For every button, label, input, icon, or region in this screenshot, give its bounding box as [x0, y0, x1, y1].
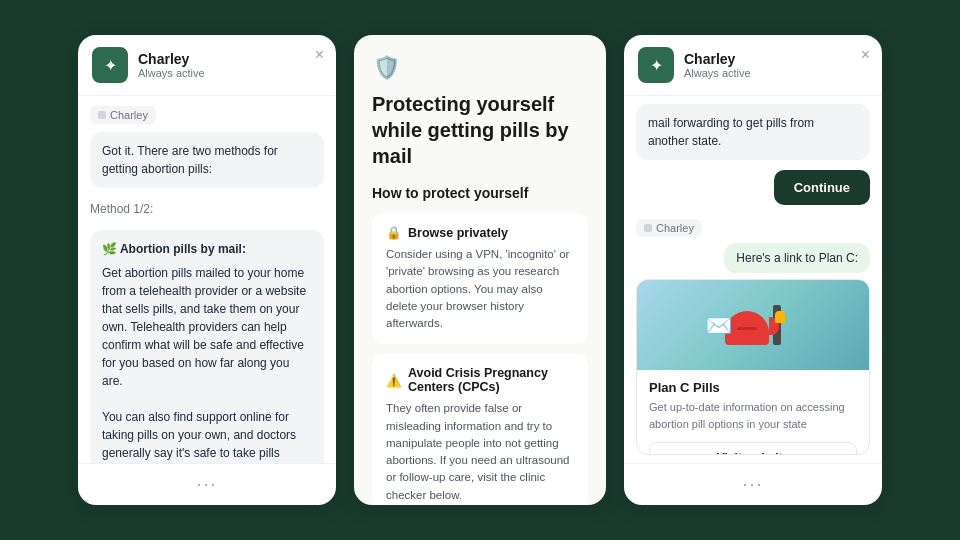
- left-chat-header: ✦ Charley Always active ×: [78, 35, 336, 96]
- right-preview-text: mail forwarding to get pills from anothe…: [648, 116, 814, 148]
- right-tag-label: Charley: [656, 222, 694, 234]
- right-chat-panel: ✦ Charley Always active × mail forwardin…: [624, 35, 882, 505]
- right-tag-dot: [644, 224, 652, 232]
- left-method-text: Method 1/2:: [90, 202, 153, 216]
- article-card-1-text: Consider using a VPN, 'incognito' or 'pr…: [386, 246, 574, 332]
- left-chat-panel: ✦ Charley Always active × Charley Got it…: [78, 35, 336, 505]
- left-bubble-2-title: 🌿 Abortion pills by mail:: [102, 240, 312, 258]
- left-tag-label: Charley: [110, 109, 148, 121]
- continue-button[interactable]: Continue: [774, 170, 870, 205]
- left-bubble-1: Got it. There are two methods for gettin…: [90, 132, 324, 188]
- right-user-text: Here's a link to Plan C:: [736, 251, 858, 265]
- left-chat-tag: Charley: [90, 106, 156, 124]
- article-section-title: How to protect yourself: [372, 185, 588, 201]
- article-card-2: ⚠️ Avoid Crisis Pregnancy Centers (CPCs)…: [372, 354, 588, 505]
- left-footer-dots[interactable]: ···: [196, 474, 217, 495]
- shield-icon: 🛡️: [372, 55, 400, 81]
- left-close-button[interactable]: ×: [315, 47, 324, 63]
- left-bubble-2-text: Get abortion pills mailed to your home f…: [102, 266, 307, 463]
- right-user-bubble: Here's a link to Plan C:: [724, 243, 870, 273]
- article-card-2-text: They often provide false or misleading i…: [386, 400, 574, 504]
- mailbox-illustration: ✉️: [725, 305, 781, 345]
- left-header-info: Charley Always active: [138, 51, 322, 79]
- lock-icon: 🔒: [386, 225, 402, 240]
- right-preview-bubble: mail forwarding to get pills from anothe…: [636, 104, 870, 160]
- left-chat-footer: ···: [78, 463, 336, 505]
- plan-c-title: Plan C Pills: [649, 380, 857, 395]
- article-panel: 🛡️ Protecting yourself while getting pil…: [354, 35, 606, 505]
- plan-c-desc: Get up-to-date information on accessing …: [649, 399, 857, 432]
- right-chat-status: Always active: [684, 67, 868, 79]
- left-avatar-icon: ✦: [104, 56, 117, 75]
- left-method-label: Method 1/2:: [90, 196, 324, 222]
- left-chat-body: Charley Got it. There are two methods fo…: [78, 96, 336, 463]
- article-card-2-title: ⚠️ Avoid Crisis Pregnancy Centers (CPCs): [386, 366, 574, 394]
- plan-c-info: Plan C Pills Get up-to-date information …: [637, 370, 869, 455]
- left-tag-dot: [98, 111, 106, 119]
- right-avatar-icon: ✦: [650, 56, 663, 75]
- visit-website-button[interactable]: Visit website: [649, 442, 857, 455]
- right-chat-header: ✦ Charley Always active ×: [624, 35, 882, 96]
- mailbox-flag: [775, 311, 785, 323]
- left-avatar: ✦: [92, 47, 128, 83]
- right-chat-body: mail forwarding to get pills from anothe…: [624, 96, 882, 463]
- warning-icon: ⚠️: [386, 373, 402, 388]
- right-header-info: Charley Always active: [684, 51, 868, 79]
- right-close-button[interactable]: ×: [861, 47, 870, 63]
- right-chat-name: Charley: [684, 51, 868, 67]
- mailbox-slot: [737, 327, 757, 330]
- right-avatar: ✦: [638, 47, 674, 83]
- envelope-icon: ✉️: [705, 313, 732, 339]
- left-bubble-2: 🌿 Abortion pills by mail: Get abortion p…: [90, 230, 324, 463]
- right-chat-tag: Charley: [636, 219, 702, 237]
- right-chat-footer: ···: [624, 463, 882, 505]
- left-chat-status: Always active: [138, 67, 322, 79]
- left-chat-name: Charley: [138, 51, 322, 67]
- plan-c-image: ✉️: [637, 280, 869, 370]
- article-card-1: 🔒 Browse privately Consider using a VPN,…: [372, 213, 588, 344]
- right-footer-dots[interactable]: ···: [742, 474, 763, 495]
- plan-c-card: ✉️ Plan C Pills Get up-to-date informati…: [636, 279, 870, 455]
- article-title: Protecting yourself while getting pills …: [372, 91, 588, 169]
- article-card-1-title: 🔒 Browse privately: [386, 225, 574, 240]
- left-bubble-1-text: Got it. There are two methods for gettin…: [102, 144, 278, 176]
